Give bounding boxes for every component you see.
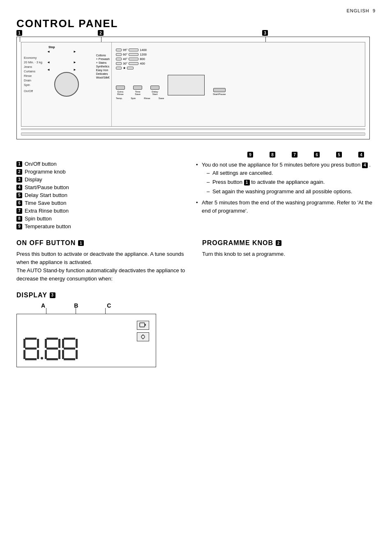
diagram-left-panel: Stop Economy 20 Min. · 3 kg Jeans Curtai… — [21, 42, 112, 126]
temp-40: 40° 800 — [116, 57, 147, 61]
bullet-1-period: . — [369, 162, 371, 168]
item-label-7: Extra Rinse button — [25, 208, 69, 214]
on-off-heading-text: ON OFF BUTTON — [16, 239, 76, 247]
item-badge-3: 3 — [16, 177, 22, 183]
save-bottom-label: Save — [159, 97, 164, 100]
right-info-text: You do not use the appliance for 5 minut… — [196, 161, 376, 229]
item-label-4: Start/Pause button — [25, 184, 69, 190]
stop-label: Stop — [48, 46, 109, 49]
bullet-1-text: You do not use the appliance for 5 minut… — [202, 162, 362, 168]
temp-bottom-label: Temp. — [116, 97, 122, 100]
label-b: B — [74, 302, 78, 309]
item-label-3: Display — [25, 176, 42, 183]
diagram-badge-7: 7 — [292, 152, 297, 158]
diagram-badge-2: 2 — [98, 30, 104, 36]
temp-star-label: ★ — [123, 66, 126, 70]
spin-1400-label: 1400 — [140, 48, 147, 52]
temp-40-label: 40° — [123, 57, 127, 61]
page-number: 9 — [373, 8, 376, 13]
knob-arrow-right2: ► — [73, 60, 76, 64]
temp-cold: ★ — [116, 66, 147, 70]
on-off-body: Press this button to activate or deactiv… — [16, 250, 190, 283]
item-badge-6: 6 — [16, 200, 22, 206]
item-label-2: Programme knob — [25, 169, 66, 175]
item-5: 5 Delay Start button — [16, 192, 196, 198]
page-title: CONTROL PANEL — [16, 17, 376, 30]
bottom-labels: Temp. Spin Rinse Save — [116, 97, 361, 100]
prog-delicates: Delicates — [96, 72, 110, 75]
svg-rect-1 — [145, 324, 146, 326]
item-3: 3 Display — [16, 176, 196, 183]
sub-item-1: All settings are cancelled. — [202, 169, 376, 177]
sub-badge-1: 1 — [244, 180, 250, 185]
item-1: 1 On/Off button — [16, 161, 196, 167]
bottom-badges-row: 9 8 7 6 5 4 — [16, 152, 370, 158]
programme-badge: 2 — [276, 240, 281, 246]
on-off-heading: ON OFF BUTTON 1 — [16, 239, 190, 247]
temp-30-label: 30° — [123, 62, 127, 65]
prog-synthetics: Synthetics — [96, 65, 110, 68]
programme-body: Turn this knob to set a programme. — [202, 250, 376, 258]
label-a: A — [41, 302, 45, 309]
spin-400-label: 400 — [140, 62, 145, 65]
page-header: ENGLISH 9 — [16, 8, 376, 13]
svg-rect-0 — [140, 323, 145, 327]
bullet-2: After 5 minutes from the end of the wash… — [196, 199, 376, 215]
spin-bottom-label: Spin — [131, 97, 136, 100]
item-label-5: Delay Start button — [25, 192, 67, 198]
knob-arrow-left3: ◄ — [47, 68, 50, 72]
display-heading-text: DISPLAY — [16, 292, 47, 299]
item-badge-1: 1 — [16, 161, 22, 167]
diagram-badge-8: 8 — [270, 152, 275, 158]
buttons-row: ExtraRinse TimeSave DelayStart — [116, 73, 361, 95]
item-badge-9: 9 — [16, 224, 22, 229]
prog-woolsilk: Wool/Silk€ — [96, 76, 110, 79]
programme-heading-text: PROGRAMME KNOB — [202, 239, 273, 247]
prog-cottons: Cottons — [96, 54, 110, 57]
item-8: 8 Spin button — [16, 215, 196, 222]
seven-seg-display — [23, 338, 78, 360]
item-6: 6 Time Save button — [16, 200, 196, 206]
seg-digit-1 — [23, 338, 39, 360]
item-badge-4: 4 — [16, 185, 22, 190]
display-diagram — [16, 314, 156, 367]
spin-1200-label: 1200 — [140, 53, 147, 56]
diagram-badge-1: 1 — [16, 30, 22, 36]
extra-rinse-label: ExtraRinse — [117, 90, 123, 95]
item-9: 9 Temperature button — [16, 223, 196, 229]
item-label-6: Time Save button — [25, 200, 66, 206]
diagram-badge-3: 3 — [262, 30, 268, 36]
seg-digit-2 — [45, 338, 60, 360]
start-pause-btn-group: Start/Pause — [213, 88, 226, 95]
control-panel-diagram: Stop Economy 20 Min. · 3 kg Jeans Curtai… — [16, 37, 370, 139]
temp-95: 95° 1400 — [116, 48, 147, 52]
diagram-badge-5: 5 — [336, 152, 342, 158]
sub-item-2: Press button 1 to activate the appliance… — [202, 178, 376, 186]
item-label-8: Spin button — [25, 215, 52, 222]
delay-start-btn-group: DelayStart — [150, 86, 159, 95]
svg-point-2 — [141, 335, 145, 338]
label-c: C — [107, 302, 111, 309]
temp-60: 60° 1200 — [116, 53, 147, 56]
knob-arrow-right3: ► — [73, 68, 76, 72]
delay-start-label: DelayStart — [152, 90, 158, 95]
display-heading: DISPLAY 3 — [16, 292, 190, 299]
diagram-inner: Stop Economy 20 Min. · 3 kg Jeans Curtai… — [21, 42, 365, 127]
temp-options: 95° 1400 60° 1200 40° — [116, 48, 147, 70]
abc-line-b — [76, 308, 76, 314]
items-list: 1 On/Off button 2 Programme knob 3 Displ… — [16, 161, 196, 229]
right-symbols — [137, 321, 149, 341]
programme-knob-diagram — [54, 72, 79, 97]
abc-line-c — [105, 308, 106, 314]
top-slider — [21, 128, 365, 130]
diagram-badge-4: 4 — [358, 152, 364, 158]
abc-labels: A B C — [41, 302, 111, 309]
temp-60-label: 60° — [123, 53, 127, 56]
prog-easyiron: Easy Iron — [96, 69, 110, 72]
temp-30: 30° 400 — [116, 62, 147, 65]
knob-arrow-left: ◄ — [47, 50, 50, 53]
sym-box-top — [137, 321, 149, 330]
sym-box-bottom — [137, 332, 149, 341]
temp-95-label: 95° — [123, 48, 127, 52]
item-badge-2: 2 — [16, 169, 22, 175]
